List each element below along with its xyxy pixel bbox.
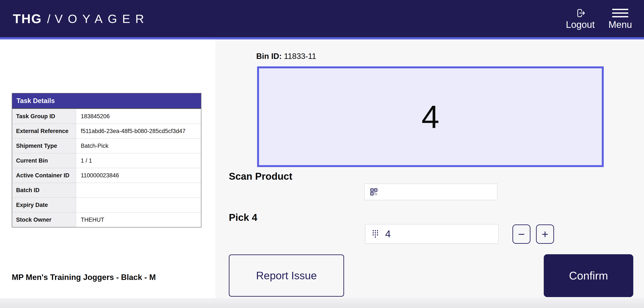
task-details-title: Task Details	[12, 94, 201, 109]
scan-product-heading: Scan Product	[229, 171, 292, 181]
menu-button[interactable]: Menu	[608, 7, 632, 30]
table-row: Batch ID	[12, 183, 201, 198]
table-row: Current Bin 1 / 1	[12, 153, 201, 168]
header-accent-strip	[0, 37, 644, 40]
bin-quantity-box: 4	[257, 66, 604, 167]
brand-logo: THG / VOYAGER	[13, 11, 149, 26]
table-row: Stock Owner THEHUT	[12, 212, 201, 227]
row-label: Shipment Type	[12, 138, 76, 153]
table-row: Task Group ID 183845206	[12, 109, 201, 124]
row-label: Stock Owner	[12, 212, 76, 227]
menu-label: Menu	[608, 19, 632, 30]
pick-quantity-heading: Pick 4	[229, 212, 257, 222]
brand-product: VOYAGER	[55, 12, 149, 26]
bin-quantity-display: 4	[422, 101, 439, 133]
hamburger-menu-icon	[612, 7, 629, 19]
app-header: THG / VOYAGER Logout	[0, 0, 644, 37]
row-value: 110000023846	[76, 168, 201, 183]
table-row: Shipment Type Batch-Pick	[12, 138, 201, 153]
task-details-table: Task Details Task Group ID 183845206 Ext…	[12, 93, 202, 228]
row-label: External Reference	[12, 124, 76, 138]
footer-strip	[0, 298, 644, 308]
bin-id-line: Bin ID:11833-11	[256, 52, 316, 61]
scan-product-field	[364, 184, 498, 200]
row-value	[76, 183, 201, 198]
table-row: External Reference f511abd6-23ea-48f5-b0…	[12, 124, 201, 138]
logout-button[interactable]: Logout	[566, 7, 595, 30]
row-value: 183845206	[76, 109, 201, 124]
brand-thg: THG	[13, 11, 42, 26]
task-details-panel: Task Details Task Group ID 183845206 Ext…	[0, 40, 215, 298]
confirm-button[interactable]: Confirm	[544, 254, 633, 297]
row-value: 1 / 1	[76, 153, 201, 168]
report-issue-button[interactable]: Report Issue	[229, 254, 344, 297]
row-label: Task Group ID	[12, 109, 76, 124]
increment-quantity-button[interactable]: +	[536, 224, 554, 244]
row-label: Batch ID	[12, 183, 76, 198]
minus-icon: −	[518, 228, 525, 240]
row-value: f511abd6-23ea-48f5-b080-285cd5cf3d47	[76, 124, 201, 138]
app-root: THG / VOYAGER Logout	[0, 0, 644, 308]
pick-quantity-input[interactable]	[385, 224, 498, 243]
row-label: Active Container ID	[12, 168, 76, 183]
logout-label: Logout	[566, 19, 595, 30]
decrement-quantity-button[interactable]: −	[512, 224, 530, 244]
row-value	[76, 198, 201, 212]
bin-id-label: Bin ID:	[256, 52, 282, 60]
logout-icon	[574, 7, 586, 19]
pick-quantity-field	[365, 224, 498, 244]
table-row: Expiry Date	[12, 198, 201, 212]
product-name: MP Men's Training Joggers - Black - M	[12, 273, 156, 282]
plus-icon: +	[542, 228, 548, 240]
scan-product-input[interactable]	[382, 184, 497, 200]
dialpad-icon	[371, 229, 380, 238]
brand-slash: /	[47, 12, 50, 26]
bin-id-value: 11833-11	[284, 52, 316, 60]
header-actions: Logout Menu	[566, 7, 632, 30]
row-label: Current Bin	[12, 153, 76, 168]
row-value: THEHUT	[76, 212, 201, 227]
table-row: Active Container ID 110000023846	[12, 168, 201, 183]
qr-code-icon	[369, 188, 378, 196]
row-value: Batch-Pick	[76, 138, 201, 153]
row-label: Expiry Date	[12, 198, 76, 212]
